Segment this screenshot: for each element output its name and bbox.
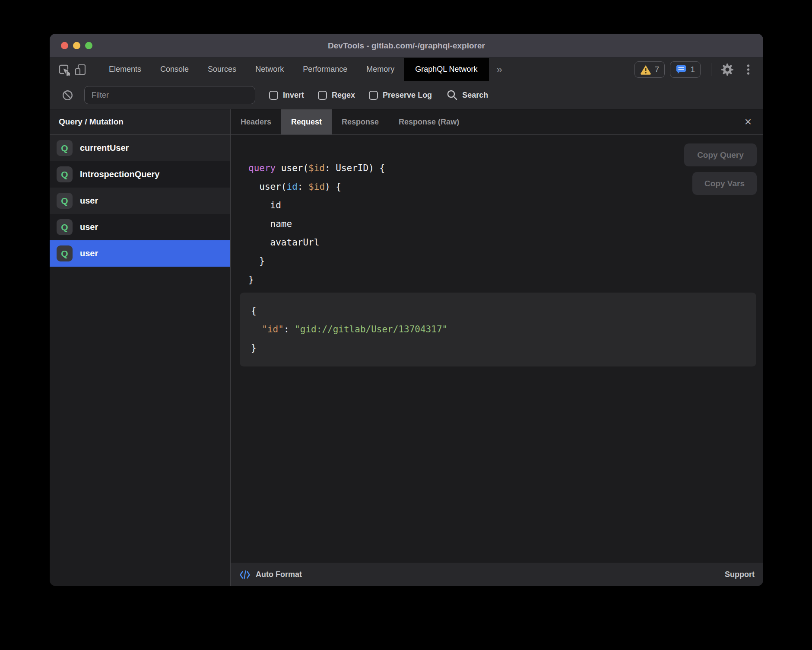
code-line: } xyxy=(248,271,763,289)
checkbox-invert[interactable] xyxy=(269,91,278,100)
code-line: { xyxy=(251,302,748,320)
settings-button[interactable] xyxy=(719,61,736,78)
issues-count: 1 xyxy=(690,65,695,74)
filter-checkbox-preserve-log[interactable]: Preserve Log xyxy=(369,91,432,100)
devtools-window: DevTools - gitlab.com/-/graphql-explorer… xyxy=(50,34,763,586)
query-type-badge: Q xyxy=(57,166,73,182)
filter-input[interactable] xyxy=(84,86,255,104)
vertical-dots-icon xyxy=(746,64,750,76)
graphql-query-code: query user($id: UserID) { user(id: $id) … xyxy=(231,135,763,289)
toolbar-tab-elements[interactable]: Elements xyxy=(99,58,151,81)
desktop-background: DevTools - gitlab.com/-/graphql-explorer… xyxy=(0,0,812,650)
code-line: "id": "gid://gitlab/User/13704317" xyxy=(251,320,748,339)
support-link[interactable]: Support xyxy=(725,570,755,579)
filter-options: InvertRegexPreserve Log xyxy=(255,91,432,100)
detail-tab-headers[interactable]: Headers xyxy=(231,109,281,134)
query-list-item-introspectionquery-1[interactable]: QIntrospectionQuery xyxy=(50,161,230,188)
block-icon xyxy=(62,89,73,101)
gear-icon xyxy=(721,63,734,76)
query-type-badge: Q xyxy=(57,140,73,156)
customize-menu-button[interactable] xyxy=(740,61,756,78)
issues-badge[interactable]: 1 xyxy=(670,61,701,78)
inspect-element-button[interactable] xyxy=(56,61,72,78)
query-list-item-user-4[interactable]: Quser xyxy=(50,240,230,267)
query-list-item-user-2[interactable]: Quser xyxy=(50,188,230,214)
query-item-label: currentUser xyxy=(80,143,129,153)
toggle-device-toolbar-button[interactable] xyxy=(72,61,89,78)
warnings-badge[interactable]: 7 xyxy=(634,61,665,78)
filter-checkbox-invert[interactable]: Invert xyxy=(269,91,304,100)
query-type-badge: Q xyxy=(57,245,73,261)
code-line: avatarUrl xyxy=(248,233,763,252)
filter-checkbox-regex[interactable]: Regex xyxy=(318,91,355,100)
more-tabs-button[interactable]: » xyxy=(489,64,510,76)
checkbox-label-preserve-log: Preserve Log xyxy=(383,91,432,100)
copy-vars-button[interactable]: Copy Vars xyxy=(692,172,757,195)
request-tab-content: query user($id: UserID) { user(id: $id) … xyxy=(231,135,763,563)
window-title: DevTools - gitlab.com/-/graphql-explorer xyxy=(50,41,763,51)
detail-tab-response-raw[interactable]: Response (Raw) xyxy=(389,109,469,134)
devtools-tab-list: ElementsConsoleSourcesNetworkPerformance… xyxy=(99,58,489,81)
search-icon xyxy=(447,89,458,101)
panel-status-bar: Auto Format Support xyxy=(231,563,763,586)
auto-format-button[interactable]: Auto Format xyxy=(239,570,302,580)
auto-format-label: Auto Format xyxy=(256,570,302,579)
filter-bar: InvertRegexPreserve Log Search xyxy=(50,81,763,109)
code-line: } xyxy=(251,339,748,357)
detail-tab-response[interactable]: Response xyxy=(332,109,389,134)
checkbox-regex[interactable] xyxy=(318,91,327,100)
copy-query-button[interactable]: Copy Query xyxy=(684,143,757,166)
close-panel-button[interactable]: × xyxy=(741,115,755,129)
request-detail-panel: HeadersRequestResponseResponse (Raw) × q… xyxy=(231,109,763,586)
inspect-cursor-icon xyxy=(58,64,70,76)
search-button[interactable]: Search xyxy=(447,89,488,101)
code-line: } xyxy=(248,252,763,271)
query-item-label: user xyxy=(80,222,98,232)
query-item-label: user xyxy=(80,196,98,206)
sidebar-header: Query / Mutation xyxy=(50,109,230,135)
checkbox-label-invert: Invert xyxy=(283,91,304,100)
message-bubble-icon xyxy=(676,64,687,75)
warning-icon xyxy=(640,64,651,75)
query-list: QcurrentUserQIntrospectionQueryQuserQuse… xyxy=(50,135,230,586)
toolbar-tab-graphql-network[interactable]: GraphQL Network xyxy=(404,58,488,81)
query-type-badge: Q xyxy=(57,219,73,235)
detail-tab-bar: HeadersRequestResponseResponse (Raw) × xyxy=(231,109,763,135)
code-format-icon xyxy=(239,570,251,580)
detail-tab-request[interactable]: Request xyxy=(281,109,332,134)
toolbar-tab-network[interactable]: Network xyxy=(246,58,293,81)
toolbar-tab-performance[interactable]: Performance xyxy=(293,58,357,81)
device-toolbar-icon xyxy=(74,64,86,76)
query-item-label: user xyxy=(80,249,98,258)
toolbar-tab-memory[interactable]: Memory xyxy=(357,58,404,81)
query-item-label: IntrospectionQuery xyxy=(80,169,159,179)
search-label: Search xyxy=(462,91,488,100)
checkbox-label-regex: Regex xyxy=(332,91,355,100)
query-list-item-currentuser-0[interactable]: QcurrentUser xyxy=(50,135,230,161)
warning-count: 7 xyxy=(655,65,660,74)
toolbar-tab-console[interactable]: Console xyxy=(151,58,198,81)
detail-tab-list: HeadersRequestResponseResponse (Raw) xyxy=(231,109,469,134)
devtools-toolbar: ElementsConsoleSourcesNetworkPerformance… xyxy=(50,57,763,81)
code-line: name xyxy=(248,215,763,233)
window-titlebar: DevTools - gitlab.com/-/graphql-explorer xyxy=(50,34,763,57)
query-variables-box: { "id": "gid://gitlab/User/13704317"} xyxy=(240,293,756,366)
toolbar-separator xyxy=(94,63,94,76)
code-line: user(id: $id) { xyxy=(248,178,763,196)
main-area: Query / Mutation QcurrentUserQIntrospect… xyxy=(50,109,763,586)
toolbar-tab-sources[interactable]: Sources xyxy=(198,58,246,81)
checkbox-preserve-log[interactable] xyxy=(369,91,378,100)
query-type-badge: Q xyxy=(57,193,73,209)
clear-button[interactable] xyxy=(59,87,76,103)
code-line: id xyxy=(248,196,763,215)
query-list-item-user-3[interactable]: Quser xyxy=(50,214,230,240)
query-list-sidebar: Query / Mutation QcurrentUserQIntrospect… xyxy=(50,109,231,586)
toolbar-separator xyxy=(711,63,711,76)
